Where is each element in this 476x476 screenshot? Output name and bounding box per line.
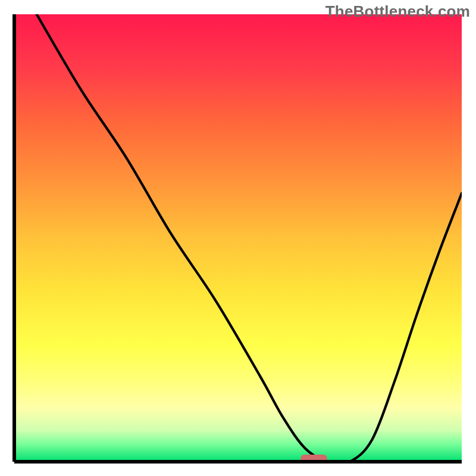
plot-gradient-background <box>14 14 462 462</box>
chart-container: TheBottleneck.com <box>0 0 476 476</box>
